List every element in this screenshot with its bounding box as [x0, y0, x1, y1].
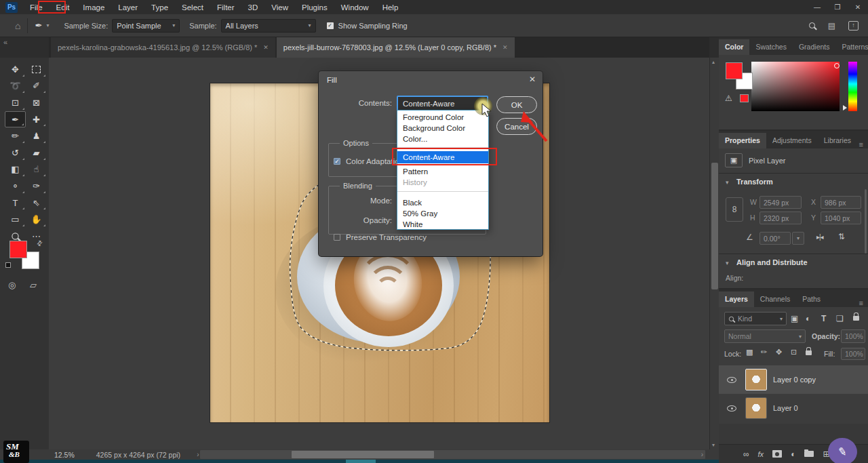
tab-patterns[interactable]: Patterns — [835, 39, 868, 55]
eyedropper-tool-icon[interactable]: ✒ — [35, 20, 42, 31]
layer-thumbnail[interactable] — [746, 369, 766, 390]
menu-select[interactable]: Select — [175, 1, 210, 14]
scroll-right-icon[interactable]: › — [701, 451, 703, 458]
path-selection-tool[interactable]: ⇖ — [26, 195, 47, 212]
gamut-swatch[interactable] — [740, 94, 749, 102]
dodge-tool[interactable]: ⚬ — [5, 178, 26, 195]
document-tab-1[interactable]: pexels-karolina-grabowska-4195613.jpg @ … — [51, 37, 275, 58]
sample-size-dropdown[interactable]: Point Sample ▾ — [112, 19, 180, 33]
lock-all-icon[interactable] — [806, 350, 812, 355]
restore-button[interactable]: ❐ — [827, 0, 848, 14]
screen-mode-icon[interactable]: ▱ — [30, 280, 37, 290]
flip-vertical-icon[interactable]: ⇅ — [838, 232, 845, 241]
panel-scrollbar[interactable] — [865, 189, 867, 254]
menu-image[interactable]: Image — [76, 1, 111, 14]
filter-shape-layers-icon[interactable]: ❏ — [836, 314, 844, 323]
zoom-level[interactable]: 12.5% — [54, 451, 75, 459]
hue-slider[interactable] — [848, 62, 857, 111]
close-tab-icon[interactable]: ✕ — [502, 44, 508, 51]
section-chevron-icon[interactable]: ▾ — [726, 260, 729, 266]
dropdown-option-white[interactable]: White — [397, 219, 488, 230]
eyedropper-tool[interactable]: ✒ — [5, 111, 26, 128]
tab-paths[interactable]: Paths — [796, 291, 827, 307]
dropdown-option-50-gray[interactable]: 50% Gray — [397, 208, 488, 219]
section-chevron-icon[interactable]: ▾ — [726, 179, 729, 186]
link-layers-icon[interactable]: ∞ — [743, 449, 749, 459]
scroll-down-icon[interactable]: ▾ — [712, 442, 715, 448]
layer-thumbnail[interactable] — [746, 398, 766, 418]
menu-type[interactable]: Type — [144, 1, 175, 14]
color-field-marker[interactable] — [834, 63, 840, 68]
menu-window[interactable]: Window — [334, 1, 376, 14]
x-field[interactable]: 986 px — [821, 196, 861, 209]
vertical-scrollbar-thumb[interactable] — [711, 163, 718, 289]
layer-visibility-icon[interactable] — [727, 405, 736, 411]
frame-tool[interactable]: ⊠ — [26, 94, 47, 111]
brush-tool[interactable]: ✏ — [5, 127, 26, 144]
layer-name[interactable]: Layer 0 — [773, 404, 798, 412]
link-dimensions-icon[interactable]: 8 — [726, 197, 743, 222]
dropdown-option-pattern[interactable]: Pattern — [397, 166, 488, 177]
rotation-field[interactable]: 0.00° — [760, 232, 791, 245]
fill-field[interactable]: 100% — [841, 348, 865, 360]
clone-stamp-tool[interactable]: ♟ — [26, 127, 47, 144]
blend-mode-dropdown[interactable]: Normal ▾ — [724, 329, 806, 343]
align-section-header[interactable]: Align and Distribute — [736, 258, 808, 266]
history-brush-tool[interactable]: ↺ — [5, 144, 26, 161]
adjustment-layer-icon[interactable]: ◐ — [791, 449, 795, 459]
color-adaptation-checkbox[interactable]: ✓ — [334, 158, 340, 165]
cancel-button[interactable]: Cancel — [496, 118, 537, 135]
layer-style-icon[interactable]: fx — [758, 450, 764, 458]
close-button[interactable]: ✕ — [848, 0, 868, 14]
pen-tool[interactable]: ✑ — [26, 178, 47, 195]
object-selection-tool[interactable]: ✐ — [26, 78, 47, 95]
foreground-color-swatch[interactable] — [9, 241, 27, 258]
add-layer-mask-icon[interactable] — [772, 450, 782, 458]
menu-help[interactable]: Help — [376, 1, 406, 14]
tab-adjustments[interactable]: Adjustments — [766, 133, 818, 148]
crop-tool[interactable]: ⊡ — [5, 94, 26, 111]
search-icon[interactable] — [809, 22, 815, 28]
lasso-tool[interactable]: ➰ — [5, 78, 26, 95]
move-tool[interactable]: ✥ — [5, 61, 26, 78]
menu-3d[interactable]: 3D — [241, 1, 265, 14]
layer-row-0[interactable]: Layer 0 copy — [719, 365, 868, 394]
minimize-button[interactable]: — — [807, 0, 827, 14]
layer-name[interactable]: Layer 0 copy — [773, 376, 816, 384]
eraser-tool[interactable]: ▰ — [26, 144, 47, 161]
panel-menu-icon[interactable]: ≡ — [859, 140, 863, 148]
hand-tool[interactable]: ✋ — [26, 211, 47, 228]
close-tab-icon[interactable]: ✕ — [263, 44, 269, 51]
new-group-icon[interactable] — [804, 451, 814, 457]
dropdown-option-black[interactable]: Black — [397, 197, 488, 208]
menu-filter[interactable]: Filter — [210, 1, 241, 14]
show-sampling-ring-checkbox[interactable]: ✓ — [327, 22, 334, 29]
lock-pixels-icon[interactable]: ✏ — [761, 348, 767, 357]
workspace-icon[interactable]: ▤ — [828, 21, 835, 31]
menu-view[interactable]: View — [264, 1, 295, 14]
menu-layer[interactable]: Layer — [111, 1, 144, 14]
rectangular-marquee-tool[interactable] — [26, 61, 47, 78]
dropdown-option-color[interactable]: Color... — [397, 134, 488, 144]
dropdown-option-content-aware[interactable]: Content-Aware — [397, 151, 488, 163]
share-icon[interactable]: ↑ — [848, 21, 859, 31]
menu-file[interactable]: File — [23, 1, 50, 14]
hue-slider-marker[interactable] — [843, 105, 847, 110]
opacity-field[interactable]: 100% — [841, 329, 865, 343]
panel-foreground-swatch[interactable] — [726, 62, 743, 79]
tab-properties[interactable]: Properties — [719, 133, 766, 148]
filter-adjustment-layers-icon[interactable]: ◐ — [806, 314, 810, 323]
menu-edit[interactable]: Edit — [50, 1, 77, 14]
spot-healing-brush-tool[interactable]: ✚ — [26, 111, 47, 128]
default-colors-icon[interactable] — [5, 262, 11, 268]
home-icon[interactable]: ⌂ — [15, 20, 20, 31]
tab-libraries[interactable]: Libraries — [818, 133, 857, 148]
tab-color[interactable]: Color — [719, 39, 749, 55]
quick-mask-icon[interactable]: ◎ — [8, 280, 16, 290]
y-field[interactable]: 1040 px — [821, 212, 861, 224]
filter-pixel-layers-icon[interactable]: ▣ — [791, 314, 798, 323]
rotation-dropdown[interactable]: ▾ — [792, 232, 804, 245]
sample-dropdown[interactable]: All Layers ▾ — [221, 19, 316, 33]
horizontal-scrollbar[interactable]: › — [200, 450, 705, 459]
width-field[interactable]: 2549 px — [760, 196, 802, 209]
